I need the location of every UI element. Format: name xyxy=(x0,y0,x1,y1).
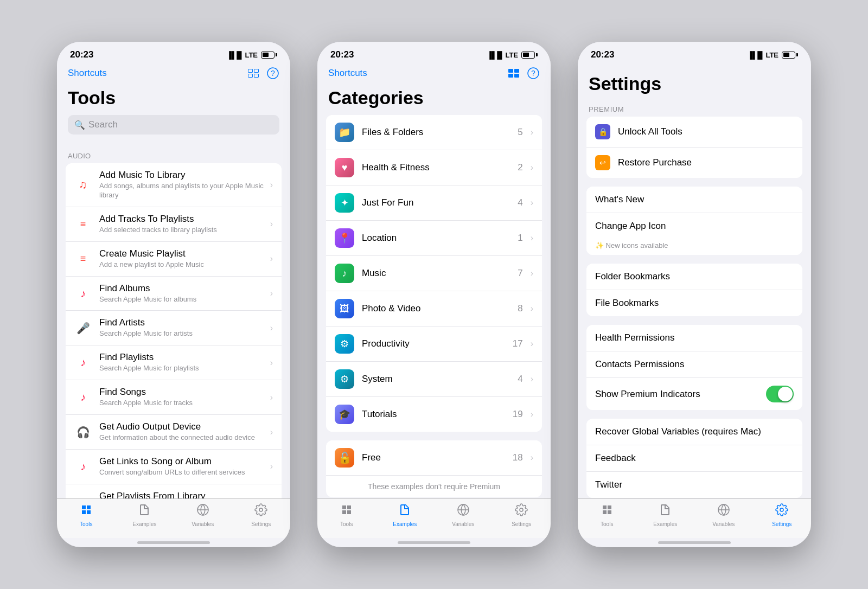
category-item[interactable]: ♥ Health & Fitness 2 › xyxy=(326,150,542,185)
list-item[interactable]: ♪ Find Albums Search Apple Music for alb… xyxy=(66,277,282,311)
page-title: Settings xyxy=(589,73,661,94)
examples-tab-icon xyxy=(659,503,672,520)
status-icons: ▐▌█ LTE xyxy=(748,51,798,59)
folder-bookmarks-item[interactable]: Folder Bookmarks xyxy=(586,264,802,290)
free-icon: 🔓 xyxy=(335,448,354,468)
settings-tab-label: Settings xyxy=(512,521,531,527)
music-count: 7 xyxy=(518,268,522,279)
category-item[interactable]: 📁 Files & Folders 5 › xyxy=(326,115,542,150)
tab-tools[interactable]: Tools xyxy=(578,503,636,527)
whats-new-item[interactable]: What's New xyxy=(586,187,802,213)
get-links-title: Get Links to Song or Album xyxy=(99,456,266,467)
find-albums-content: Find Albums Search Apple Music for album… xyxy=(99,283,266,304)
tab-tools[interactable]: Tools xyxy=(317,503,376,527)
list-item[interactable]: 🎤 Find Artists Search Apple Music for ar… xyxy=(66,311,282,345)
location-icon: 📍 xyxy=(335,228,354,248)
category-item[interactable]: ✦ Just For Fun 4 › xyxy=(326,185,542,221)
grid-view-button[interactable] xyxy=(248,69,259,78)
grid-view-button[interactable] xyxy=(508,69,519,78)
signal-icon: ▐▌█ xyxy=(487,51,502,59)
tab-examples[interactable]: Examples xyxy=(636,503,695,527)
unlock-all-tools-item[interactable]: 🔒 Unlock All Tools xyxy=(586,117,802,148)
tab-tools[interactable]: Tools xyxy=(57,503,116,527)
files-folders-icon: 📁 xyxy=(335,123,354,142)
premium-indicators-toggle[interactable] xyxy=(766,386,794,402)
help-button[interactable]: ? xyxy=(266,67,279,80)
grid-filled-icon xyxy=(508,69,519,78)
find-songs-subtitle: Search Apple Music for tracks xyxy=(99,399,266,408)
tab-variables[interactable]: Variables xyxy=(434,503,493,527)
get-links-icon: ♪ xyxy=(74,458,92,475)
tab-examples[interactable]: Examples xyxy=(116,503,174,527)
find-artists-icon: 🎤 xyxy=(74,319,92,337)
list-item[interactable]: 🎧 Get Audio Output Device Get informatio… xyxy=(66,415,282,450)
create-playlist-title: Create Music Playlist xyxy=(99,248,266,259)
category-item[interactable]: 🎓 Tutorials 19 › xyxy=(326,397,542,432)
category-item[interactable]: ⚙ Productivity 17 › xyxy=(326,326,542,362)
category-item[interactable]: ♪ Music 7 › xyxy=(326,256,542,291)
home-indicator xyxy=(398,541,470,544)
tab-variables[interactable]: Variables xyxy=(174,503,232,527)
change-icon-row[interactable]: Change App Icon xyxy=(586,213,802,239)
list-item[interactable]: ≡ Get Playlists From Library Retrieve a … xyxy=(66,484,282,498)
health-permissions-item[interactable]: Health Permissions xyxy=(586,325,802,351)
help-button[interactable]: ? xyxy=(527,67,540,80)
category-item[interactable]: 🖼 Photo & Video 8 › xyxy=(326,291,542,326)
chevron-icon: › xyxy=(531,233,533,243)
find-playlists-title: Find Playlists xyxy=(99,352,266,363)
tutorials-name: Tutorials xyxy=(362,409,513,420)
status-time: 20:23 xyxy=(591,49,614,60)
settings-tab-icon xyxy=(254,503,267,520)
recover-global-variables-item[interactable]: Recover Global Variables (requires Mac) xyxy=(586,419,802,445)
restore-purchase-item[interactable]: ↩ Restore Purchase xyxy=(586,148,802,178)
tab-variables[interactable]: Variables xyxy=(694,503,753,527)
tab-examples[interactable]: Examples xyxy=(376,503,435,527)
status-icons: ▐▌█ LTE xyxy=(487,51,538,59)
file-bookmarks-item[interactable]: File Bookmarks xyxy=(586,290,802,316)
add-music-content: Add Music To Library Add songs, albums a… xyxy=(99,170,266,200)
free-category-item[interactable]: 🔓 Free 18 › xyxy=(326,440,542,476)
battery-icon xyxy=(782,52,798,59)
screens-container: 20:23 ▐▌█ LTE Shortcuts xyxy=(0,0,868,589)
examples-tab-icon xyxy=(398,503,411,520)
signal-icon: ▐▌█ xyxy=(748,51,763,59)
info-section: What's New Change App Icon ✨ New icons a… xyxy=(578,187,811,255)
list-item[interactable]: ♫ Add Music To Library Add songs, albums… xyxy=(66,163,282,207)
chevron-icon: › xyxy=(531,409,533,419)
status-bar: 20:23 ▐▌█ LTE xyxy=(57,42,290,65)
page-title-area: Tools xyxy=(57,84,290,115)
change-app-icon-item[interactable]: Change App Icon ✨ New icons available xyxy=(586,213,802,255)
search-bar[interactable]: 🔍 Search xyxy=(68,115,279,135)
show-premium-indicators-item[interactable]: Show Premium Indicators xyxy=(586,378,802,410)
list-item[interactable]: ♪ Find Playlists Search Apple Music for … xyxy=(66,345,282,380)
find-playlists-content: Find Playlists Search Apple Music for pl… xyxy=(99,352,266,373)
twitter-item[interactable]: Twitter xyxy=(586,472,802,498)
category-item[interactable]: ⚙ System 4 › xyxy=(326,362,542,397)
premium-list-group: 🔒 Unlock All Tools ↩ Restore Purchase xyxy=(586,117,802,178)
back-button[interactable]: Shortcuts xyxy=(68,68,107,79)
lte-label: LTE xyxy=(765,51,778,59)
nav-bar: Shortcuts ? xyxy=(57,65,290,84)
chevron-icon: › xyxy=(270,462,273,471)
get-playlists-title: Get Playlists From Library xyxy=(99,491,266,498)
find-albums-subtitle: Search Apple Music for albums xyxy=(99,295,266,304)
back-button[interactable]: Shortcuts xyxy=(328,68,367,79)
category-item[interactable]: 📍 Location 1 › xyxy=(326,221,542,256)
svg-point-9 xyxy=(780,508,783,511)
list-item[interactable]: ♪ Get Links to Song or Album Convert son… xyxy=(66,450,282,484)
list-item[interactable]: ≡ Create Music Playlist Add a new playli… xyxy=(66,242,282,277)
find-artists-subtitle: Search Apple Music for artists xyxy=(99,329,266,338)
tab-settings[interactable]: Settings xyxy=(753,503,812,527)
contacts-permissions-item[interactable]: Contacts Permissions xyxy=(586,351,802,378)
tools-tab-icon xyxy=(80,503,93,520)
tools-tab-label: Tools xyxy=(601,521,613,527)
audio-output-content: Get Audio Output Device Get information … xyxy=(99,421,266,443)
feedback-item[interactable]: Feedback xyxy=(586,445,802,472)
find-songs-title: Find Songs xyxy=(99,387,266,398)
tab-settings[interactable]: Settings xyxy=(493,503,551,527)
tab-settings[interactable]: Settings xyxy=(232,503,291,527)
find-songs-content: Find Songs Search Apple Music for tracks xyxy=(99,387,266,408)
list-item[interactable]: ≡ Add Tracks To Playlists Add selected t… xyxy=(66,207,282,242)
lte-label: LTE xyxy=(245,51,258,59)
list-item[interactable]: ♪ Find Songs Search Apple Music for trac… xyxy=(66,380,282,415)
